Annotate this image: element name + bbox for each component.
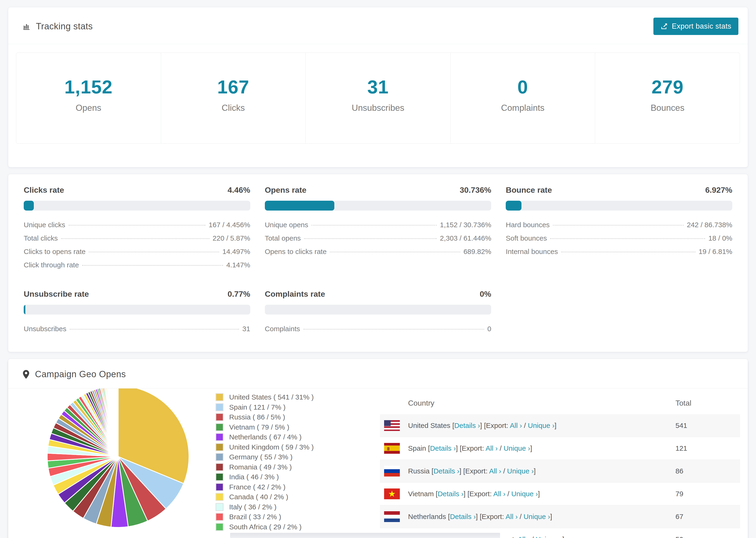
table-row: Spain [Details ›] [Export: All › / Uniqu… [380,437,740,460]
detail-value: 167 / 4.456% [209,221,250,229]
country-name: Russia [408,467,430,475]
geo-title-text: Campaign Geo Opens [35,369,126,379]
legend-item: India ( 46 / 3% ) [216,472,380,482]
export-all-link[interactable]: All › [510,422,522,429]
rate-head: Opens rate 30.736% [265,186,491,194]
dotted-leader [70,329,239,330]
total-cell: 121 [675,444,740,452]
legend-item: Vietnam ( 79 / 5% ) [216,422,380,432]
export-all-link[interactable]: All › [486,444,498,452]
total-cell: 67 [675,512,740,521]
detail-value: 18 / 0% [708,234,732,242]
geo-title: Campaign Geo Opens [22,369,126,379]
legend-swatch [216,503,224,511]
rate-head: Bounce rate 6.927% [506,186,732,194]
export-unique-link[interactable]: Unique › [528,422,554,429]
stat-cell: 31 Unsubscribes [305,53,450,143]
details-link[interactable]: Details › [454,422,480,429]
country-name: Vietnam [408,490,434,498]
details-link[interactable]: Details › [430,444,456,452]
rate-head: Clicks rate 4.46% [24,186,250,194]
total-cell: 541 [675,422,740,430]
rate-block: Clicks rate 4.46% Unique clicks 167 / 4.… [24,186,250,274]
dotted-leader [561,252,695,252]
rate-rows: Unsubscribes 31 [24,325,250,338]
legend-swatch [216,473,224,481]
country-name: United States [408,422,450,429]
legend-swatch [216,493,224,501]
rates-card: Clicks rate 4.46% Unique clicks 167 / 4.… [8,174,748,352]
rate-rows: Unique clicks 167 / 4.456% Total clicks … [24,221,250,274]
detail-label: Soft bounces [506,234,547,242]
detail-label: Internal bounces [506,248,558,256]
flag-us-icon [384,420,400,431]
export-unique-link[interactable]: Unique › [523,512,550,520]
rate-progress-bar [506,201,732,211]
rate-detail-row: Click through rate 4.147% [24,261,250,274]
geo-table-rows: United States [Details ›] [Export: All ›… [380,414,740,538]
legend-label: Netherlands ( 67 / 4% ) [229,433,301,441]
legend-item: Brazil ( 33 / 2% ) [216,512,380,522]
detail-value: 19 / 6.81% [699,248,732,256]
country-cell: Netherlands [Details ›] [Export: All › /… [408,512,675,521]
export-unique-link[interactable]: Unique › [507,467,534,475]
legend-swatch [216,423,224,431]
rate-title: Complaints rate [265,290,325,298]
export-unique-link[interactable]: Unique › [512,490,538,498]
rate-progress-bar [265,201,491,211]
export-basic-stats-button[interactable]: Export basic stats [653,18,738,35]
legend-swatch [216,483,224,491]
stat-cell: 1,152 Opens [16,53,161,143]
legend-label: Romania ( 49 / 3% ) [229,463,292,471]
legend-swatch [216,513,224,521]
country-cell: Vietnam [Details ›] [Export: All › / Uni… [408,490,675,498]
rate-progress-bar [265,305,491,314]
legend-label: Brazil ( 33 / 2% ) [229,513,281,521]
country-name: Spain [408,444,426,452]
total-column-header: Total [675,399,740,407]
legend-label: Canada ( 40 / 2% ) [229,493,288,501]
rate-detail-row: Soft bounces 18 / 0% [506,234,732,248]
stat-value: 1,152 [19,76,158,98]
dotted-leader [553,225,683,226]
export-all-link[interactable]: All › [489,467,501,475]
stat-value: 31 [308,76,448,98]
export-all-link[interactable]: All › [506,512,518,520]
export-all-link[interactable]: All › [518,535,530,538]
detail-value: 0 [487,325,491,333]
detail-value: 220 / 5.87% [213,234,250,242]
legend-swatch [216,443,224,451]
legend-swatch [216,403,224,411]
detail-label: Hard bounces [506,221,550,229]
details-link[interactable]: Details › [433,467,459,475]
rate-rows: Complaints 0 [265,325,491,338]
rate-progress-fill [24,201,34,211]
below-fold-element-shadow [230,533,500,538]
detail-value: 31 [242,325,250,333]
country-flag-cell [380,443,408,454]
geo-table-header: Country Total [380,392,740,414]
legend-swatch [216,433,224,441]
rate-detail-row: Total clicks 220 / 5.87% [24,234,250,248]
legend-item: Germany ( 55 / 3% ) [216,452,380,462]
legend-swatch [216,413,224,421]
export-all-link[interactable]: All › [493,490,506,498]
dotted-leader [303,329,484,330]
legend-item: Russia ( 86 / 5% ) [216,412,380,422]
details-link[interactable]: Details › [450,512,476,520]
country-flag-cell: ★ [380,488,408,499]
legend-label: Russia ( 86 / 5% ) [229,413,285,421]
details-link[interactable]: Details › [438,490,463,498]
detail-label: Clicks to opens rate [24,248,85,256]
dotted-leader [89,252,219,252]
export-unique-link[interactable]: Unique › [536,535,562,538]
stat-value: 167 [163,76,303,98]
country-flag-cell [380,511,408,522]
legend-item: United Kingdom ( 59 / 3% ) [216,442,380,452]
export-unique-link[interactable]: Unique › [504,444,530,452]
rate-value: 6.927% [705,186,732,194]
rate-progress-bar [24,201,250,211]
detail-label: Unique opens [265,221,308,229]
legend-swatch [216,523,224,531]
bar-chart-icon [22,22,31,30]
